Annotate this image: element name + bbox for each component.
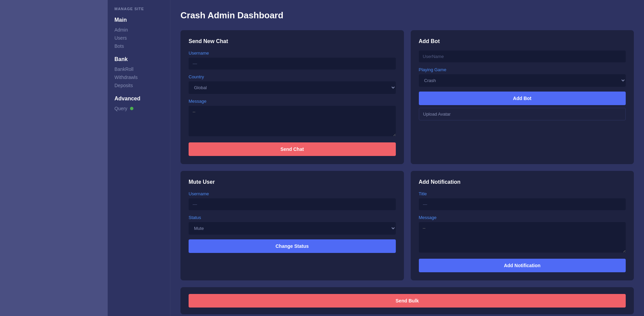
add-notification-title-label: Title <box>419 191 626 196</box>
send-chat-card-title: Send New Chat <box>189 38 396 44</box>
send-bulk-section: Send Bulk <box>180 287 634 314</box>
mute-user-card: Mute User Username Status Mute Change St… <box>180 171 404 280</box>
send-chat-country-select[interactable]: Global <box>189 81 396 94</box>
sidebar-section-advanced: Advanced <box>114 96 163 102</box>
sidebar-item-withdrawls[interactable]: Withdrawls <box>114 73 163 81</box>
send-bulk-card: Send Bulk <box>180 287 634 314</box>
outer-wrapper: MANAGE SITE Main Admin Users Bots Bank B… <box>0 0 644 316</box>
sidebar-item-bots[interactable]: Bots <box>114 42 163 50</box>
add-bot-game-select[interactable]: Crash <box>419 74 626 87</box>
change-status-button[interactable]: Change Status <box>189 239 396 253</box>
send-chat-button[interactable]: Send Chat <box>189 142 396 156</box>
sidebar-section-main: Main <box>114 17 163 23</box>
add-bot-button[interactable]: Add Bot <box>419 92 626 105</box>
page-title: Crash Admin Dashboard <box>180 10 634 21</box>
upload-avatar-button[interactable]: Upload Avatar <box>419 108 626 120</box>
mute-user-card-title: Mute User <box>189 179 396 185</box>
add-bot-username-input[interactable] <box>419 51 626 62</box>
manage-site-label: MANAGE SITE <box>114 7 163 11</box>
add-notification-title-input[interactable] <box>419 198 626 210</box>
main-container: MANAGE SITE Main Admin Users Bots Bank B… <box>108 0 644 316</box>
add-notification-button[interactable]: Add Notification <box>419 259 626 272</box>
sidebar: MANAGE SITE Main Admin Users Bots Bank B… <box>108 0 170 316</box>
mute-user-username-input[interactable] <box>189 198 396 210</box>
send-bulk-button[interactable]: Send Bulk <box>189 294 626 308</box>
query-status-dot <box>130 107 133 110</box>
send-chat-username-label: Username <box>189 51 396 56</box>
send-chat-username-input[interactable] <box>189 58 396 70</box>
sidebar-item-query[interactable]: Query <box>114 104 163 113</box>
send-chat-card: Send New Chat Username Country Global Me… <box>180 30 404 164</box>
left-blank-area <box>0 0 108 316</box>
mute-user-username-label: Username <box>189 191 396 196</box>
sidebar-item-users[interactable]: Users <box>114 34 163 42</box>
add-notification-message-label: Message <box>419 215 626 220</box>
add-notification-card-title: Add Notification <box>419 179 626 185</box>
add-bot-card: Add Bot Playing Game Crash Add Bot Uploa… <box>411 30 634 164</box>
sidebar-section-bank: Bank <box>114 56 163 62</box>
content-area: Crash Admin Dashboard Send New Chat User… <box>170 0 644 316</box>
sidebar-item-bankroll[interactable]: BankRoll <box>114 65 163 73</box>
sidebar-item-deposits[interactable]: Deposits <box>114 81 163 90</box>
add-notification-message-textarea[interactable] <box>419 222 626 253</box>
mute-user-status-label: Status <box>189 215 396 220</box>
add-bot-card-title: Add Bot <box>419 38 626 44</box>
top-cards-grid: Send New Chat Username Country Global Me… <box>180 30 634 164</box>
add-notification-card: Add Notification Title Message Add Notif… <box>411 171 634 280</box>
send-chat-country-label: Country <box>189 74 396 79</box>
send-chat-message-label: Message <box>189 99 396 104</box>
sidebar-item-admin[interactable]: Admin <box>114 26 163 34</box>
bottom-cards-grid: Mute User Username Status Mute Change St… <box>180 171 634 280</box>
mute-user-status-select[interactable]: Mute <box>189 222 396 235</box>
add-bot-playing-game-label: Playing Game <box>419 67 626 72</box>
send-chat-message-textarea[interactable] <box>189 106 396 136</box>
